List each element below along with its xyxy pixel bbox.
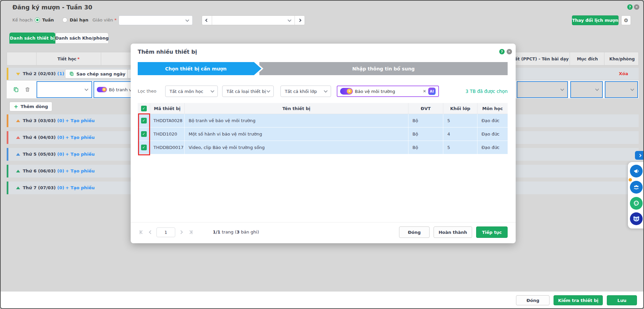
create-ticket-link[interactable]: + Tạo phiếu xyxy=(65,182,95,194)
expand-triangle-icon[interactable] xyxy=(16,119,20,122)
help-icon[interactable]: ? xyxy=(627,4,633,10)
required-mark: * xyxy=(114,17,117,22)
create-ticket-link[interactable]: + Tạo phiếu xyxy=(65,165,95,177)
delete-day-link[interactable]: Xóa xyxy=(619,68,628,80)
purpose-select[interactable] xyxy=(570,81,603,98)
first-page-button[interactable] xyxy=(138,228,145,236)
chevron-down-icon xyxy=(560,87,564,91)
ai-badge-icon[interactable]: AI xyxy=(428,88,436,95)
grade-filter-select[interactable]: Tất cả khối lớp xyxy=(280,86,331,97)
copy-day-button[interactable]: Sao chép sang ngày xyxy=(65,69,130,79)
device-grade: 4 xyxy=(443,127,477,141)
chevron-down-icon xyxy=(287,18,291,21)
table-row[interactable]: ✓ THDD1020 Một số hành vi bảo vệ môi trư… xyxy=(138,127,508,141)
radio-long-term[interactable] xyxy=(62,17,67,22)
save-button[interactable]: Lưu xyxy=(607,295,637,305)
chevron-left-icon xyxy=(149,230,152,234)
modal-close-button[interactable]: Đóng xyxy=(399,226,430,238)
prev-week-button[interactable] xyxy=(202,16,212,25)
step-select-devices[interactable]: Chọn thiết bị cần mượn xyxy=(138,62,261,75)
column-divider xyxy=(570,52,570,65)
ppct-select[interactable] xyxy=(517,81,568,98)
chevron-right-icon xyxy=(298,19,302,22)
chevron-left-icon xyxy=(140,230,144,234)
annotation-highlight-box xyxy=(138,113,150,155)
tab-warehouse-list[interactable]: Danh sách Kho/phòng xyxy=(55,33,109,44)
app-window: Đăng ký mượn - Tuần 30 ? ✕ Kế hoạch Tuần… xyxy=(0,0,644,309)
period-select[interactable] xyxy=(37,81,92,98)
week-navigator xyxy=(202,15,305,25)
day-label: Thứ 4 (04/03) (0) xyxy=(23,131,64,144)
expand-triangle-icon[interactable] xyxy=(16,153,20,156)
device-code: THDDTA0028 xyxy=(150,114,185,127)
tab-device-list[interactable]: Danh sách thiết bị xyxy=(9,33,55,44)
copy-row-icon[interactable] xyxy=(13,87,19,92)
device-unit: Bộ xyxy=(408,127,443,141)
change-schedule-button[interactable]: Thay đổi lịch mượn xyxy=(572,15,619,25)
expand-triangle-icon[interactable] xyxy=(16,170,20,172)
ai-toggle-icon[interactable]: ✦ xyxy=(340,88,353,95)
page-number-input[interactable]: 1 xyxy=(156,227,175,237)
ai-toggle-icon[interactable]: ✦ xyxy=(97,87,107,92)
add-row-button[interactable]: + Thêm dòng xyxy=(9,102,52,111)
plan-label: Kế hoạch xyxy=(12,15,33,25)
radio-week[interactable] xyxy=(35,17,40,22)
room-select[interactable] xyxy=(605,81,638,98)
teacher-select[interactable] xyxy=(119,15,193,25)
collapse-triangle-icon[interactable] xyxy=(16,73,20,75)
step-additional-info[interactable]: Nhập thông tin bổ sung xyxy=(259,62,508,75)
last-page-button[interactable] xyxy=(187,228,194,236)
selected-count-label: 3 TB đã được chọn xyxy=(465,86,508,97)
modal-continue-button[interactable]: Tiếp tục xyxy=(476,226,508,238)
prev-page-button[interactable] xyxy=(147,228,154,236)
community-button[interactable] xyxy=(630,181,643,194)
table-row[interactable]: ✓ THDDBD0017 Video, clip Bảo vệ môi trườ… xyxy=(138,141,508,154)
table-row[interactable]: ✓ THDDTA0028 Bộ tranh về bảo vệ môi trườ… xyxy=(138,114,508,127)
expand-triangle-icon[interactable] xyxy=(16,136,20,139)
assistant-button[interactable] xyxy=(630,212,643,225)
modal-close-icon[interactable]: ✕ xyxy=(507,49,512,54)
device-name: Một số hành vi bảo vệ môi trường xyxy=(185,127,408,141)
check-devices-button[interactable]: Kiểm tra thiết bị xyxy=(554,295,603,305)
day-label: Thứ 5 (05/03) (0) xyxy=(23,148,64,161)
expand-triangle-icon[interactable] xyxy=(16,187,20,189)
chevron-down-icon xyxy=(630,87,634,91)
ai-search-input[interactable]: ✦ Bảo vệ môi trường ✕ AI xyxy=(337,86,439,97)
create-ticket-link[interactable]: + Tạo phiếu xyxy=(65,148,95,161)
filter-label: Lọc theo xyxy=(138,86,156,97)
next-page-button[interactable] xyxy=(177,228,185,236)
clear-search-icon[interactable]: ✕ xyxy=(423,89,426,94)
ticket-count: (0) xyxy=(57,168,64,173)
chat-support-button[interactable] xyxy=(630,197,643,210)
window-close-icon[interactable]: ✕ xyxy=(634,4,639,10)
day-label: Thứ 3 (03/03) (0) xyxy=(23,114,64,127)
trash-icon[interactable] xyxy=(25,87,30,92)
settings-button[interactable]: ⚙ xyxy=(621,15,631,25)
chevron-left-icon xyxy=(205,19,209,22)
announcement-button[interactable] xyxy=(630,165,643,177)
chevron-right-icon xyxy=(188,230,192,234)
close-button[interactable]: Đóng xyxy=(516,295,550,305)
select-all-checkbox[interactable]: ✓ xyxy=(141,106,147,111)
next-week-button[interactable] xyxy=(295,16,305,25)
radio-week-label[interactable]: Tuần xyxy=(42,15,54,25)
modal-title: Thêm nhiều thiết bị xyxy=(138,49,197,55)
radio-long-term-label[interactable]: Dài hạn xyxy=(70,15,88,25)
create-ticket-link[interactable]: + Tạo phiếu xyxy=(65,131,95,144)
chevron-down-icon xyxy=(266,89,270,93)
subject-filter-select[interactable]: Tất cả môn học xyxy=(165,86,218,97)
column-divider xyxy=(101,52,101,65)
page-title: Đăng ký mượn - Tuần 30 xyxy=(12,4,92,11)
create-ticket-link[interactable]: + Tạo phiếu xyxy=(65,114,95,127)
megaphone-icon xyxy=(633,168,640,174)
copy-icon xyxy=(69,71,74,76)
modal-help-icon[interactable]: ? xyxy=(499,49,505,54)
week-select[interactable] xyxy=(212,16,295,25)
device-subject: Đạo đức xyxy=(477,114,508,127)
sparkle-icon: ✦ xyxy=(102,88,106,92)
search-value: Bảo vệ môi trường xyxy=(355,89,421,94)
panel-expand-button[interactable] xyxy=(635,151,644,160)
device-type-filter-select[interactable]: Tất cả loại thiết bị xyxy=(222,86,274,97)
ticket-count: (1) xyxy=(57,71,64,76)
modal-finish-button[interactable]: Hoàn thành xyxy=(434,226,472,238)
